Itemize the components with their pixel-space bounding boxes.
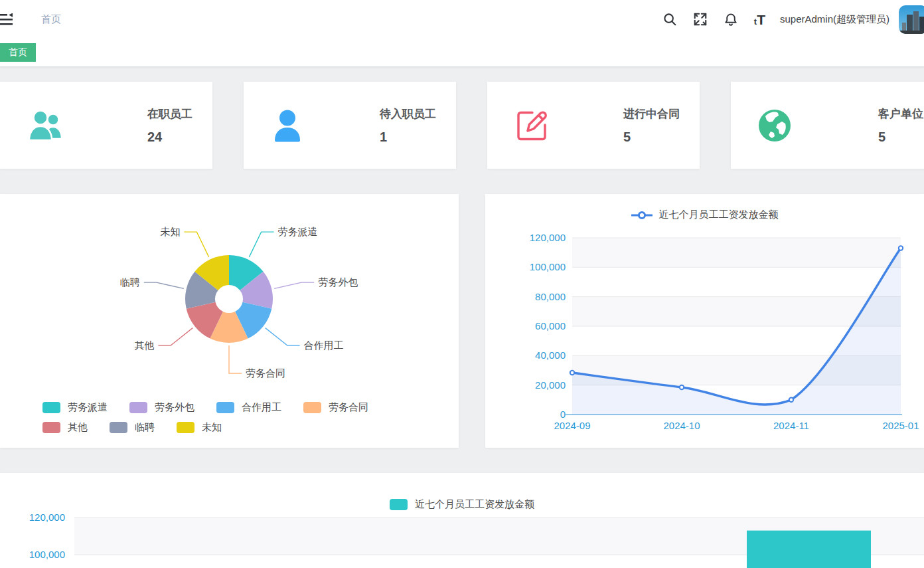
pie-legend-item[interactable]: 其他 <box>42 421 88 434</box>
pie-legend-label: 合作用工 <box>242 401 281 414</box>
line-data-point <box>789 398 793 402</box>
pie-legend: 劳务派遣劳务外包合作用工劳务合同其他临聘未知 <box>42 401 434 434</box>
pie-slice-label: 劳务派遣 <box>278 226 318 237</box>
tag-home[interactable]: 首页 <box>0 43 36 62</box>
employment-type-pie-panel: 劳务派遣劳务外包合作用工劳务合同其他临聘未知 劳务派遣劳务外包合作用工劳务合同其… <box>0 194 459 448</box>
pie-slice-label: 临聘 <box>120 276 140 288</box>
stat-card-active-employees: 在职员工 24 <box>0 82 212 169</box>
pie-slice-label: 劳务外包 <box>318 276 358 288</box>
pie-slice-label: 未知 <box>160 226 180 237</box>
pie-legend-label: 劳务外包 <box>155 401 194 414</box>
pie-legend-item[interactable]: 劳务合同 <box>303 401 368 414</box>
globe-icon <box>757 108 792 143</box>
top-navbar: 首页 tT superAdmin(超级管理员) <box>0 0 924 39</box>
y-axis-tick-label: 20,000 <box>535 379 566 391</box>
pie-legend-swatch <box>216 402 234 413</box>
pie-label-line <box>144 282 184 288</box>
pie-legend-swatch <box>303 402 321 413</box>
salary-bar-panel: 近七个月员工工资发放金额 120,000100,000 <box>0 473 924 568</box>
line-data-point <box>899 246 903 250</box>
pie-legend-label: 劳务派遣 <box>68 401 108 414</box>
stat-label: 待入职员工 <box>380 106 436 122</box>
line-data-point <box>680 385 684 389</box>
edit-icon <box>514 108 550 143</box>
stat-value: 24 <box>147 130 193 145</box>
avatar[interactable] <box>899 5 924 34</box>
y-axis-tick-label: 40,000 <box>535 349 566 361</box>
salary-bar-chart: 120,000100,000 <box>0 473 924 568</box>
stat-info: 待入职员工 1 <box>380 106 436 145</box>
pie-legend-label: 临聘 <box>135 421 155 434</box>
stat-label: 在职员工 <box>147 106 193 122</box>
pie-legend-swatch <box>129 402 147 413</box>
username[interactable]: superAdmin(超级管理员) <box>780 13 889 26</box>
y-axis-tick-label: 100,000 <box>29 549 65 560</box>
pie-label-line <box>266 328 300 345</box>
y-axis-tick-label: 100,000 <box>530 261 566 272</box>
pie-legend-item[interactable]: 劳务派遣 <box>42 401 108 414</box>
stat-info: 客户单位 5 <box>878 106 923 145</box>
pie-label-line <box>274 282 314 288</box>
pie-label-line <box>249 232 273 257</box>
stat-value: 5 <box>878 130 923 145</box>
pie-legend-label: 劳务合同 <box>329 401 368 414</box>
pie-slice-label: 劳务合同 <box>246 367 285 379</box>
avatar-image <box>899 5 924 34</box>
stats-row: 在职员工 24 待入职员工 1 进行中合同 <box>0 82 924 169</box>
salary-line-chart: 020,00040,00060,00080,000100,000120,0002… <box>485 194 924 448</box>
stat-label: 进行中合同 <box>623 106 680 122</box>
y-axis-tick-label: 60,000 <box>535 320 566 331</box>
pie-legend-swatch <box>42 422 60 433</box>
font-size-icon: tT <box>754 13 765 27</box>
x-axis-tick-label: 2024-10 <box>663 420 700 431</box>
pie-label-line <box>184 232 208 257</box>
fold-sidebar-icon <box>0 13 13 26</box>
search-icon <box>662 12 677 27</box>
fullscreen-icon <box>693 12 708 27</box>
pie-legend-item[interactable]: 未知 <box>177 421 222 434</box>
plot-band <box>572 238 901 267</box>
stat-label: 客户单位 <box>878 106 923 122</box>
x-axis-tick-label: 2024-11 <box>773 420 809 431</box>
pie-legend-item[interactable]: 临聘 <box>110 421 155 434</box>
plot-band <box>572 297 901 326</box>
font-size-button[interactable]: tT <box>746 5 773 34</box>
stat-card-active-contracts: 进行中合同 5 <box>487 82 700 169</box>
stat-info: 在职员工 24 <box>147 106 193 145</box>
pie-legend-swatch <box>110 422 127 433</box>
stat-card-pending-employees: 待入职员工 1 <box>244 82 456 169</box>
breadcrumb: 首页 <box>41 13 61 26</box>
stat-value: 1 <box>380 130 436 145</box>
breadcrumb-home[interactable]: 首页 <box>41 13 61 25</box>
notification-button[interactable] <box>716 5 746 34</box>
line-data-point <box>570 371 574 375</box>
salary-line-panel: 近七个月员工工资发放金额 020,00040,00060,00080,00010… <box>485 194 924 448</box>
y-axis-tick-label: 120,000 <box>530 232 566 243</box>
navbar-tools: tT superAdmin(超级管理员) <box>654 5 924 34</box>
pie-legend-item[interactable]: 合作用工 <box>216 401 281 414</box>
fullscreen-button[interactable] <box>685 5 716 34</box>
bar-series-rect <box>747 531 871 568</box>
tags-view-bar: 首页 <box>0 39 924 67</box>
search-button[interactable] <box>654 5 685 34</box>
y-axis-tick-label: 120,000 <box>29 512 65 523</box>
charts-row: 劳务派遣劳务外包合作用工劳务合同其他临聘未知 劳务派遣劳务外包合作用工劳务合同其… <box>0 194 924 448</box>
pie-legend-swatch <box>42 402 60 413</box>
y-axis-tick-label: 80,000 <box>535 291 566 302</box>
x-axis-tick-label: 2024-09 <box>554 420 590 431</box>
pie-legend-label: 其他 <box>68 421 88 434</box>
bell-icon <box>724 12 738 27</box>
pie-legend-swatch <box>177 422 194 433</box>
people-icon <box>27 108 65 143</box>
pie-legend-item[interactable]: 劳务外包 <box>129 401 194 414</box>
pie-label-line <box>158 328 193 345</box>
stat-info: 进行中合同 5 <box>623 106 680 145</box>
stat-value: 5 <box>623 130 680 145</box>
stat-card-client-units: 客户单位 5 <box>731 82 924 169</box>
pie-label-line <box>229 345 242 373</box>
line-area-fill <box>572 248 901 415</box>
fold-sidebar-button[interactable] <box>0 7 21 31</box>
pie-legend-label: 未知 <box>202 421 222 434</box>
user-icon <box>270 108 305 143</box>
x-axis-tick-label: 2025-01 <box>882 420 919 431</box>
